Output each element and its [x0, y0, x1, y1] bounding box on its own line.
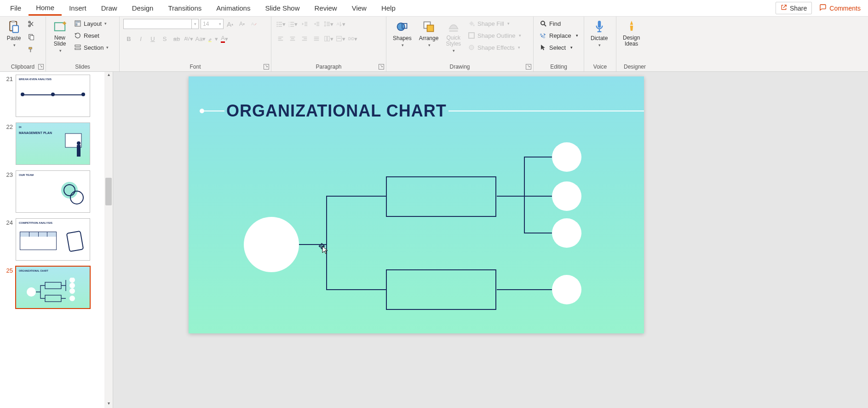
arrange-icon [421, 19, 436, 34]
shadow-button[interactable]: S [159, 33, 170, 44]
font-color-button[interactable]: A▾ [219, 33, 230, 44]
svg-point-78 [69, 278, 75, 283]
shape-fill-button[interactable]: Shape Fill▾ [466, 18, 523, 29]
quick-styles-button[interactable]: Quick Styles [443, 18, 464, 54]
clipboard-launcher[interactable]: ↘ [38, 64, 44, 70]
svg-rect-28 [290, 26, 294, 27]
justify-button[interactable] [311, 33, 322, 44]
thumbnail-panel[interactable]: 21 BREAK-EVEN ANALYSIS 22 04 MANAGEMENT … [0, 72, 113, 408]
font-size-arrow[interactable]: ▾ [217, 19, 223, 29]
svg-rect-24 [290, 22, 294, 23]
cut-button[interactable] [26, 18, 37, 29]
svg-point-17 [276, 22, 278, 23]
italic-button[interactable]: I [135, 33, 146, 44]
tab-help[interactable]: Help [374, 1, 403, 15]
reset-button[interactable]: Reset [72, 30, 110, 41]
arrange-button[interactable]: Arrange [416, 18, 442, 49]
thumbnail-25[interactable]: 25 ORGANIZATIONAL CHART [0, 263, 113, 311]
tab-file[interactable]: File [3, 1, 29, 15]
share-button[interactable]: Share [776, 2, 812, 14]
dictate-button[interactable]: Dictate [588, 18, 610, 49]
svg-rect-74 [67, 231, 83, 252]
smartart-button[interactable]: ▾ [347, 33, 358, 44]
layout-button[interactable]: Layout▾ [72, 18, 110, 29]
clear-formatting-button[interactable]: A [248, 18, 259, 29]
increase-font-button[interactable]: A▴ [224, 18, 236, 29]
drawing-launcher[interactable]: ↘ [526, 64, 531, 70]
clipboard-label: Clipboard [4, 62, 42, 71]
underline-button[interactable]: U [147, 33, 158, 44]
svg-point-82 [244, 217, 299, 272]
highlight-button[interactable]: ▾ [207, 33, 218, 44]
svg-point-57 [397, 23, 405, 30]
layout-icon [74, 19, 82, 28]
strikethrough-button[interactable]: ab [171, 33, 182, 44]
tab-animations[interactable]: Animations [209, 1, 258, 15]
thumbnail-22[interactable]: 22 04 MANAGEMENT PLAN [0, 120, 113, 168]
svg-rect-77 [45, 295, 61, 302]
font-size-combo[interactable]: 14 [201, 19, 217, 29]
tab-review[interactable]: Review [307, 1, 344, 15]
comment-icon [819, 4, 827, 12]
align-left-button[interactable] [275, 33, 286, 44]
tab-transitions[interactable]: Transitions [161, 1, 209, 15]
line-spacing-button[interactable]: ▾ [323, 18, 334, 29]
shape-outline-button[interactable]: Shape Outline▾ [466, 30, 523, 41]
svg-rect-51 [324, 36, 326, 41]
increase-indent-button[interactable] [311, 18, 322, 29]
replace-button[interactable]: ab Replace▾ [537, 30, 580, 41]
font-launcher[interactable]: ↘ [264, 64, 269, 70]
scroll-handle[interactable] [105, 178, 112, 205]
text-direction-button[interactable]: A▾ [335, 18, 346, 29]
shape-effects-button[interactable]: Shape Effects▾ [466, 42, 523, 52]
new-slide-button[interactable]: New Slide [50, 18, 70, 54]
columns-button[interactable]: ▾ [323, 33, 334, 44]
tab-home[interactable]: Home [29, 1, 62, 16]
thumbnail-24[interactable]: 24 COMPETITION ANALYSIS [0, 216, 113, 263]
svg-point-79 [69, 283, 75, 288]
char-spacing-button[interactable]: AV▾ [183, 33, 194, 44]
align-right-button[interactable] [299, 33, 310, 44]
change-case-button[interactable]: Aa▾ [195, 33, 206, 44]
font-name-arrow[interactable]: ▾ [192, 19, 198, 29]
svg-rect-46 [304, 38, 307, 39]
align-center-button[interactable] [287, 33, 298, 44]
svg-rect-2 [13, 26, 19, 33]
scroll-down-arrow[interactable]: ▾ [104, 401, 113, 408]
thumbnail-scrollbar[interactable]: ▴ ▾ [104, 72, 113, 408]
slide[interactable]: ORGANIZATIONAL CHART [189, 76, 644, 333]
paragraph-launcher[interactable]: ↘ [379, 64, 384, 70]
decrease-indent-button[interactable] [299, 18, 310, 29]
tab-draw[interactable]: Draw [94, 1, 125, 15]
format-painter-button[interactable] [26, 44, 37, 55]
tab-design[interactable]: Design [125, 1, 161, 15]
svg-rect-83 [386, 177, 496, 216]
select-button[interactable]: Select▾ [537, 42, 580, 52]
tab-slide-show[interactable]: Slide Show [258, 1, 307, 15]
shapes-button[interactable]: Shapes [390, 18, 414, 49]
font-name-combo[interactable] [124, 19, 192, 29]
paste-button[interactable]: Paste [4, 18, 24, 49]
editing-label: Editing [537, 62, 580, 71]
comments-button[interactable]: Comments [815, 2, 865, 14]
numbering-button[interactable]: 123▾ [287, 18, 298, 29]
bold-button[interactable]: B [123, 33, 134, 44]
scroll-up-arrow[interactable]: ▴ [104, 72, 113, 79]
org-chart[interactable]: ✥ [244, 141, 584, 316]
decrease-font-button[interactable]: A▾ [236, 18, 247, 29]
bullets-button[interactable]: ▾ [275, 18, 286, 29]
design-ideas-button[interactable]: Design Ideas [620, 18, 643, 48]
thumbnail-21[interactable]: 21 BREAK-EVEN ANALYSIS [0, 72, 113, 120]
slide-canvas-area[interactable]: ORGANIZATIONAL CHART [113, 72, 868, 408]
tab-insert[interactable]: Insert [62, 1, 94, 15]
thumbnail-23[interactable]: 23 OUR TEAM [0, 168, 113, 216]
paragraph-label: Paragraph [275, 62, 382, 71]
tab-view[interactable]: View [345, 1, 374, 15]
align-text-button[interactable]: ▾ [335, 33, 346, 44]
copy-button[interactable] [26, 31, 37, 42]
slide-title[interactable]: ORGANIZATIONAL CHART [224, 101, 448, 121]
section-button[interactable]: Section▾ [72, 42, 110, 52]
find-icon [539, 19, 547, 28]
comments-label: Comments [829, 5, 861, 12]
find-button[interactable]: Find [537, 18, 580, 29]
